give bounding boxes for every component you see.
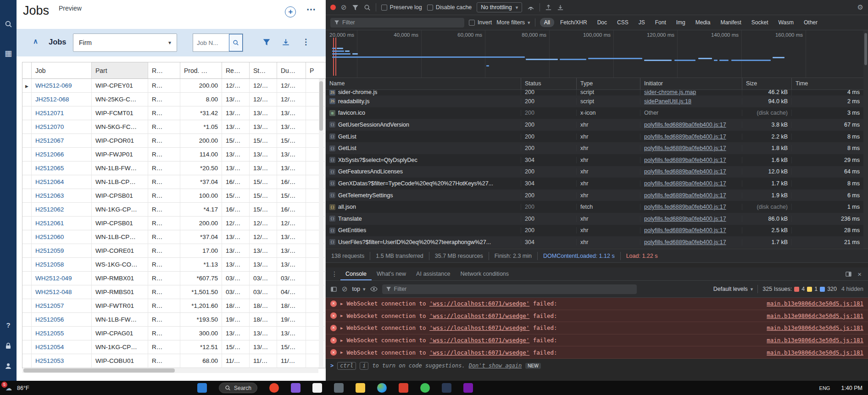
filter-chip[interactable]: Wasm bbox=[774, 18, 798, 27]
network-filter-input[interactable] bbox=[342, 19, 461, 26]
edge-browser-icon[interactable] bbox=[377, 383, 387, 393]
console-prompt[interactable]: ctrl i to turn on code suggestions. Don'… bbox=[326, 359, 868, 373]
websocket-url-link[interactable]: 'wss://localhost:6071/wsedge' bbox=[429, 349, 529, 356]
job-link[interactable]: H2512067 bbox=[35, 137, 64, 144]
preserve-log-checkbox[interactable]: Preserve log bbox=[381, 4, 422, 11]
column-header-p[interactable]: P bbox=[306, 62, 326, 79]
job-row[interactable]: H2512054 WN-1KG-CP… R… *12.51 15/… 13/… … bbox=[22, 340, 325, 354]
job-row[interactable]: H2512061 WIP-CPSB01 R… 200.00 12/… 12/… … bbox=[22, 217, 325, 230]
job-link[interactable]: H2512057 bbox=[35, 302, 64, 309]
scrollbar-thumb[interactable] bbox=[864, 33, 867, 65]
column-header-name[interactable]: Name bbox=[326, 78, 521, 89]
network-request-row[interactable]: favicon.ico 200 x-icon Other (disk cache… bbox=[326, 107, 868, 119]
column-header-size[interactable]: Size bbox=[742, 78, 791, 89]
job-row[interactable]: H2512053 WIP-COBU01 R… 68.00 11/… 11/… 1… bbox=[22, 354, 325, 368]
job-link[interactable]: H2512055 bbox=[35, 330, 64, 337]
job-row[interactable]: H2512062 WN-1KG-CP… R… *4.17 16/… 15/… 1… bbox=[22, 203, 325, 217]
log-levels-dropdown[interactable]: Default levels bbox=[713, 286, 753, 292]
dont-show-again-link[interactable]: Don't show again bbox=[469, 362, 522, 369]
request-initiator-link[interactable]: polyfills.fed6889ba0feb400.js:17 bbox=[644, 239, 726, 245]
hidden-messages-count[interactable]: 4 hidden bbox=[841, 286, 863, 292]
expand-arrow-icon[interactable] bbox=[340, 301, 343, 306]
scrollbar-thumb[interactable] bbox=[319, 81, 323, 131]
search-icon[interactable] bbox=[364, 4, 371, 11]
collapse-chevron-icon[interactable] bbox=[33, 37, 38, 45]
job-link[interactable]: JH2512-068 bbox=[35, 96, 69, 103]
source-location-link[interactable]: main.b13e9806dc3e50d5.js:181 bbox=[767, 349, 863, 356]
network-request-row[interactable]: XbSysts?$select=QtyDsplyDec 304 xhr poly… bbox=[326, 154, 868, 166]
invert-checkbox[interactable]: Invert bbox=[469, 19, 492, 26]
column-header-initiator[interactable]: Initiator bbox=[640, 78, 742, 89]
request-initiator-link[interactable]: polyfills.fed6889ba0feb400.js:17 bbox=[644, 168, 726, 175]
websocket-url-link[interactable]: 'wss://localhost:6071/wsedge' bbox=[429, 300, 529, 307]
taskbar-app-icon-3[interactable] bbox=[291, 383, 300, 393]
request-initiator-link[interactable]: polyfills.fed6889ba0feb400.js:17 bbox=[644, 192, 726, 199]
filter-chip[interactable]: Media bbox=[691, 18, 715, 27]
language-indicator[interactable]: ENG bbox=[819, 385, 830, 391]
network-request-row[interactable]: GetUserSessionAndVersion 200 xhr polyfil… bbox=[326, 119, 868, 131]
filter-toggle-icon[interactable] bbox=[352, 4, 359, 11]
clock[interactable]: 1:40 PM bbox=[841, 385, 862, 391]
job-link[interactable]: H2512060 bbox=[35, 234, 64, 240]
source-location-link[interactable]: main.b13e9806dc3e50d5.js:181 bbox=[767, 300, 863, 307]
network-request-row[interactable]: GetFeaturesAndLicenses 200 xhr polyfills… bbox=[326, 166, 868, 178]
job-link[interactable]: H2512061 bbox=[35, 220, 64, 227]
expand-arrow-icon[interactable] bbox=[340, 313, 343, 318]
filter-chip[interactable]: Img bbox=[672, 18, 690, 27]
column-header-due[interactable]: Du… bbox=[277, 62, 306, 79]
network-overview-timeline[interactable]: 20,000 ms40,000 ms60,000 ms80,000 ms100,… bbox=[326, 30, 868, 78]
job-row[interactable]: WH2512-049 WIP-RMBX01 R… *607.75 03/… 03… bbox=[22, 272, 325, 285]
request-initiator-link[interactable]: sider-chrome.js.map bbox=[644, 90, 696, 95]
column-header-status[interactable]: Status bbox=[521, 78, 576, 89]
filter-chip[interactable]: Font bbox=[651, 18, 670, 27]
console-error-row[interactable]: WebSocket connection to 'wss://localhost… bbox=[326, 334, 868, 347]
filter-chip[interactable]: Fetch/XHR bbox=[556, 18, 591, 27]
filter-chip[interactable]: All bbox=[540, 18, 554, 27]
network-request-row[interactable]: Translate 200 xhr polyfills.fed6889ba0fe… bbox=[326, 213, 868, 225]
clear-network-log-icon[interactable] bbox=[341, 3, 347, 11]
job-row[interactable]: H2512057 WIP-FWTR01 R… *1,201.60 18/… 18… bbox=[22, 299, 325, 313]
more-filters-dropdown[interactable]: More filters bbox=[496, 19, 530, 26]
console-filter-box[interactable] bbox=[382, 284, 637, 294]
disable-cache-checkbox[interactable]: Disable cache bbox=[427, 4, 472, 11]
more-options-icon[interactable] bbox=[306, 4, 316, 15]
source-location-link[interactable]: main.b13e9806dc3e50d5.js:181 bbox=[767, 312, 863, 319]
network-request-row[interactable]: GenXDatas?$filter=TypeCode%20eq%20%27Hot… bbox=[326, 178, 868, 189]
job-search-input[interactable] bbox=[193, 34, 229, 51]
download-icon[interactable] bbox=[282, 38, 290, 46]
job-row[interactable]: WH2512-048 WIP-RMBS01 R… *1,501.50 03/… … bbox=[22, 285, 325, 299]
column-header-time[interactable]: Time bbox=[791, 78, 863, 89]
taskbar-app-icon-2[interactable] bbox=[269, 383, 279, 393]
taskbar-app-icon-5[interactable] bbox=[399, 383, 408, 393]
grid-horizontal-scrollbar[interactable] bbox=[22, 368, 318, 373]
job-link[interactable]: H2512066 bbox=[35, 151, 64, 158]
job-link[interactable]: WH2512-069 bbox=[35, 82, 72, 89]
filter-chip[interactable]: Doc bbox=[593, 18, 611, 27]
network-request-row[interactable]: readability.js 200 script sidePanelUtil.… bbox=[326, 95, 868, 107]
job-row[interactable]: H2512055 WIP-CPAG01 R… 300.00 13/… 13/… … bbox=[22, 327, 325, 340]
job-row[interactable]: H2512060 WN-1LB-CP… R… *37.04 13/… 12/… … bbox=[22, 230, 325, 244]
grid-vertical-scrollbar[interactable] bbox=[319, 79, 323, 367]
taskbar-app-icon-7[interactable] bbox=[442, 383, 451, 393]
job-row[interactable]: WH2512-069 WIP-CPEY01 R… 200.00 12/… 12/… bbox=[22, 79, 325, 93]
request-initiator-link[interactable]: Other bbox=[644, 110, 658, 116]
job-row[interactable]: H2512065 WN-1LB-FW… R… *20.50 13/… 13/… … bbox=[22, 161, 325, 175]
request-initiator-link[interactable]: polyfills.fed6889ba0feb400.js:17 bbox=[644, 134, 726, 140]
job-link[interactable]: H2512056 bbox=[35, 316, 64, 323]
job-row[interactable]: H2512067 WIP-CPOR01 R… 200.00 15/… 15/… … bbox=[22, 134, 325, 148]
expand-arrow-icon[interactable] bbox=[340, 338, 343, 343]
taskbar-app-icon-1[interactable] bbox=[197, 383, 207, 393]
request-initiator-link[interactable]: polyfills.fed6889ba0feb400.js:17 bbox=[644, 122, 726, 128]
job-row[interactable]: H2512066 WIP-FWJP01 R… 114.00 13/… 13/… … bbox=[22, 148, 325, 161]
taskbar-search-box[interactable]: Search bbox=[219, 383, 257, 393]
websocket-url-link[interactable]: 'wss://localhost:6071/wsedge' bbox=[429, 312, 529, 319]
console-filter-input[interactable] bbox=[394, 286, 633, 292]
lock-icon[interactable] bbox=[0, 342, 17, 350]
network-request-row[interactable]: GetEntities 200 xhr polyfills.fed6889ba0… bbox=[326, 225, 868, 237]
column-header-part[interactable]: Part bbox=[92, 62, 148, 79]
column-header-start[interactable]: St… bbox=[250, 62, 277, 79]
job-row[interactable]: H2512063 WIP-CPSB01 R… 100.00 15/… 15/… … bbox=[22, 189, 325, 203]
job-row[interactable]: H2512064 WN-1LB-CP… R… *37.04 16/… 15/… … bbox=[22, 175, 325, 189]
job-link[interactable]: H2512064 bbox=[35, 178, 64, 185]
weather-widget[interactable]: 5 86°F bbox=[4, 381, 29, 395]
